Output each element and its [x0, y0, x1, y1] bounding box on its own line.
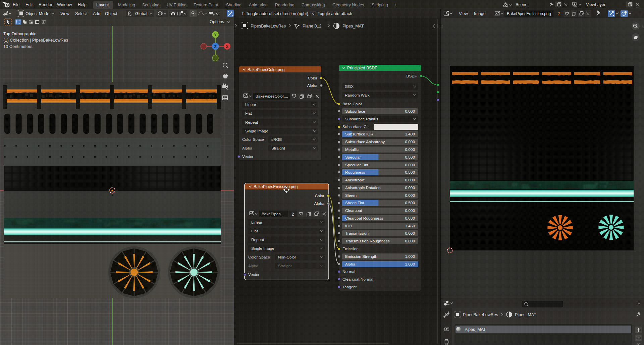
svg-text:Specular Tint: Specular Tint — [345, 163, 369, 167]
svg-text:0.000: 0.000 — [405, 208, 415, 213]
svg-text:Vector: Vector — [248, 272, 260, 277]
svg-text:Top Orthographic: Top Orthographic — [3, 31, 37, 36]
svg-text:Principled BSDF: Principled BSDF — [347, 66, 377, 70]
svg-text:Anisotropic Rotation: Anisotropic Rotation — [345, 185, 381, 190]
svg-text:(1) Collection | PipesBakeLowR: (1) Collection | PipesBakeLowRes — [3, 38, 68, 43]
svg-text:1.400: 1.400 — [405, 132, 415, 136]
svg-text:Non-Color: Non-Color — [278, 255, 296, 260]
svg-text:Scene: Scene — [516, 2, 527, 7]
svg-text:Anisotropic: Anisotropic — [345, 178, 365, 182]
svg-text:X: X — [226, 45, 228, 49]
svg-text:Emission: Emission — [342, 246, 359, 251]
svg-text:0.030: 0.030 — [405, 216, 415, 221]
svg-text:Subsurface: Subsurface — [345, 109, 365, 114]
svg-text:Tangent: Tangent — [342, 285, 357, 289]
svg-text:PipesBakeLowRes: PipesBakeLowRes — [463, 312, 498, 317]
svg-text:Roughness: Roughness — [345, 170, 365, 175]
svg-text:Shading: Shading — [226, 3, 241, 7]
svg-text:BakePipesEmission.png: BakePipesEmission.png — [507, 11, 551, 16]
svg-text:Repeat: Repeat — [245, 120, 258, 125]
svg-text:Help: Help — [78, 2, 87, 7]
svg-text:Subsurface Radius: Subsurface Radius — [345, 117, 378, 121]
svg-text:Color: Color — [308, 76, 317, 80]
svg-text:0.500: 0.500 — [405, 155, 415, 160]
svg-text:BakePipesEmission.png: BakePipesEmission.png — [254, 184, 298, 189]
svg-text:Emission Strength: Emission Strength — [345, 254, 377, 259]
svg-text:Color Space: Color Space — [248, 255, 270, 260]
svg-text:Clearcoat Normal: Clearcoat Normal — [342, 277, 373, 282]
svg-text:Plane.012: Plane.012 — [303, 24, 321, 28]
svg-text:GGX: GGX — [345, 84, 354, 89]
svg-text:Edit: Edit — [25, 2, 33, 7]
svg-text:sRGB: sRGB — [271, 137, 282, 142]
svg-text:BakePipes...: BakePipes... — [262, 212, 284, 216]
svg-text:Color: Color — [315, 193, 324, 198]
svg-text:Select: Select — [75, 11, 87, 16]
svg-text:Color Space: Color Space — [242, 137, 264, 142]
svg-text:Flat: Flat — [251, 229, 258, 233]
svg-text:Normal: Normal — [342, 269, 355, 274]
svg-text:Straight: Straight — [271, 146, 285, 151]
svg-text:Texture Paint: Texture Paint — [194, 3, 218, 7]
svg-text:Clearcoat: Clearcoat — [345, 208, 362, 213]
svg-text:Global: Global — [135, 11, 147, 16]
svg-text:Metallic: Metallic — [345, 147, 359, 152]
svg-text:0.500: 0.500 — [405, 170, 415, 175]
svg-text:BSDF: BSDF — [407, 74, 417, 78]
svg-text:0.000: 0.000 — [405, 139, 415, 144]
svg-text:0.000: 0.000 — [405, 239, 415, 243]
svg-text:Alpha: Alpha — [307, 83, 318, 88]
svg-text:Render: Render — [39, 2, 52, 7]
svg-text:Subsurface Anisotropy: Subsurface Anisotropy — [345, 139, 385, 144]
svg-text:Linear: Linear — [245, 102, 256, 107]
svg-text:0.000: 0.000 — [405, 109, 415, 114]
svg-text:Clearcoat Roughness: Clearcoat Roughness — [345, 216, 383, 221]
svg-text:View: View — [60, 11, 70, 16]
svg-text:Repeat: Repeat — [251, 237, 264, 242]
svg-text:Rendering: Rendering — [275, 3, 294, 7]
svg-text:Alpha: Alpha — [314, 201, 325, 206]
svg-text:1.000: 1.000 — [405, 254, 415, 259]
svg-text:BakePipesColor....: BakePipesColor.... — [256, 94, 288, 99]
svg-text:Geometry Nodes: Geometry Nodes — [332, 3, 364, 7]
svg-text:Sheen: Sheen — [345, 193, 357, 198]
svg-text:2: 2 — [292, 212, 294, 217]
svg-text:IOR: IOR — [345, 224, 352, 228]
svg-text:BakePipesColor.png: BakePipesColor.png — [248, 67, 284, 72]
svg-text:10 Centimeters: 10 Centimeters — [3, 44, 33, 49]
svg-text:Modeling: Modeling — [118, 3, 135, 7]
svg-text:Sheen Tint: Sheen Tint — [345, 200, 364, 205]
svg-text:Layout: Layout — [96, 3, 109, 7]
svg-text:T: Toggle auto-offset directio: T: Toggle auto-offset direction (right),… — [241, 11, 352, 16]
svg-text:Alpha: Alpha — [248, 264, 259, 268]
svg-text:Window: Window — [57, 2, 72, 7]
svg-text:Add: Add — [93, 11, 100, 16]
svg-text:1.450: 1.450 — [405, 224, 415, 228]
svg-text:Sculpting: Sculpting — [142, 3, 159, 7]
svg-text:Alpha: Alpha — [242, 146, 253, 151]
svg-text:Scripting: Scripting — [372, 3, 388, 7]
svg-text:Flat: Flat — [245, 111, 252, 116]
svg-text:Compositing: Compositing — [302, 3, 325, 7]
svg-text:Pipes_MAT: Pipes_MAT — [342, 24, 364, 28]
svg-text:PipesBakeLowRes: PipesBakeLowRes — [251, 24, 286, 28]
svg-text:0.000: 0.000 — [405, 185, 415, 190]
svg-text:Straight: Straight — [278, 264, 292, 268]
svg-text:Subsurface C...: Subsurface C... — [342, 124, 370, 129]
svg-text:Specular: Specular — [345, 155, 361, 160]
svg-text:View: View — [459, 11, 468, 16]
svg-text:Object Mode: Object Mode — [25, 11, 49, 16]
svg-text:0.000: 0.000 — [405, 178, 415, 182]
svg-text:Transmission: Transmission — [345, 231, 369, 236]
svg-text:Pipes_MAT: Pipes_MAT — [465, 327, 486, 332]
svg-text:Base Color: Base Color — [342, 102, 362, 106]
svg-text:Vector: Vector — [242, 154, 254, 159]
svg-text:Image: Image — [474, 11, 486, 16]
svg-text:Random Walk: Random Walk — [345, 93, 370, 98]
svg-text:Pipes_MAT: Pipes_MAT — [515, 312, 536, 317]
svg-text:Y: Y — [214, 33, 217, 37]
svg-text:Animation: Animation — [249, 3, 268, 7]
svg-text:Options: Options — [210, 19, 224, 24]
svg-text:UV Editing: UV Editing — [167, 3, 186, 7]
svg-text:ViewLayer: ViewLayer — [586, 2, 605, 7]
